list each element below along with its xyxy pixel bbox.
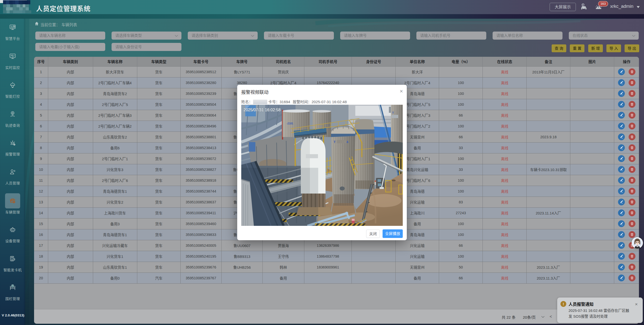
svg-text:T: T bbox=[334, 140, 336, 144]
svg-text:2025/07/31 16:02:58: 2025/07/31 16:02:58 bbox=[244, 108, 281, 112]
svg-text:4: 4 bbox=[346, 140, 348, 144]
svg-text:T: T bbox=[392, 111, 394, 114]
svg-text:-2101: -2101 bbox=[287, 122, 293, 125]
